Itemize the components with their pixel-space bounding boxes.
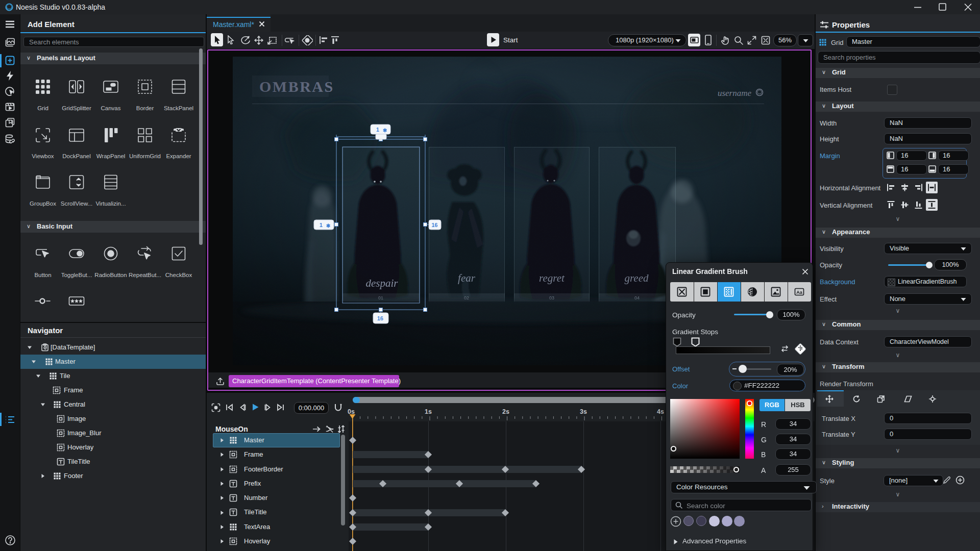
svg-text:1: 1 [320,222,323,228]
svg-text:16: 16 [377,315,383,321]
svg-text:Aa: Aa [796,290,802,295]
svg-text:✱: ✱ [326,223,331,229]
svg-text:16: 16 [432,222,438,228]
svg-text:1: 1 [376,127,379,133]
svg-text:✱: ✱ [383,128,387,133]
